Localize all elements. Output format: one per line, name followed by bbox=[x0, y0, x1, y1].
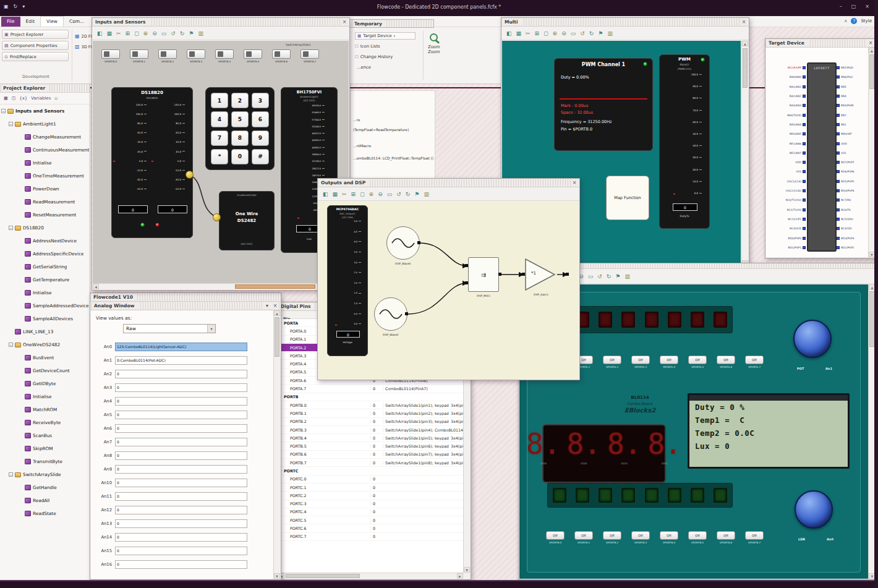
switch-body[interactable] bbox=[244, 49, 262, 59]
panel-titlebar[interactable]: Analog Window ▾ × bbox=[91, 302, 280, 310]
toolbar-icon[interactable]: ↺ bbox=[597, 273, 602, 279]
analog-value-field[interactable]: 0 bbox=[115, 451, 247, 460]
close-icon[interactable]: × bbox=[341, 19, 348, 25]
port-button[interactable]: OffSPORTB.4 bbox=[660, 531, 678, 544]
port-button[interactable]: OffSPORTA.4 bbox=[660, 356, 678, 369]
port-switch[interactable]: SPORTB.2 bbox=[158, 49, 177, 63]
scroll-down[interactable]: ▼ bbox=[274, 573, 280, 579]
help-icon[interactable]: ? bbox=[851, 18, 857, 24]
toolbar-icon[interactable]: ⚑ bbox=[598, 30, 603, 36]
port-button-state[interactable]: Off bbox=[745, 531, 764, 540]
port-button-state[interactable]: Off bbox=[631, 356, 650, 364]
ribbon-tab[interactable]: Edit bbox=[20, 17, 41, 27]
switch-knob[interactable] bbox=[161, 51, 166, 57]
analog-value-field[interactable]: 0 bbox=[115, 547, 247, 555]
view-option[interactable]: ▦Target Device▾ bbox=[355, 32, 416, 40]
port-button-state[interactable]: Off bbox=[717, 356, 735, 364]
ribbon-tab[interactable]: File bbox=[1, 17, 20, 27]
toolbar-icon[interactable]: ⊕ bbox=[143, 30, 148, 36]
tree-item[interactable]: OneTimeMeasurement bbox=[1, 169, 90, 182]
expand-toggle[interactable]: − bbox=[9, 122, 13, 126]
tree-item[interactable]: SkipROM bbox=[1, 442, 90, 455]
maximize-button[interactable]: □ bbox=[851, 4, 856, 9]
tree-item[interactable]: ContinuousMeasurement bbox=[1, 143, 90, 156]
keypad-key[interactable]: 5 bbox=[231, 111, 249, 127]
pin-row[interactable]: PORTC.5 0 bbox=[278, 516, 463, 524]
toolbar-icon[interactable]: ◧ bbox=[97, 30, 103, 36]
scroll-up[interactable]: ▲ bbox=[274, 310, 280, 316]
analog-value-field[interactable]: 0 bbox=[115, 560, 247, 569]
port-switch[interactable]: SPORTB.6 bbox=[272, 49, 291, 63]
port-button[interactable]: OffSPORTB.3 bbox=[631, 531, 650, 544]
tree-item[interactable]: Initialise bbox=[1, 156, 90, 169]
explorer-tool-icon[interactable]: Variables bbox=[31, 96, 51, 101]
expand-toggle[interactable]: − bbox=[1, 109, 6, 113]
toolbar-icon[interactable]: ◻ bbox=[543, 30, 548, 36]
tree-item[interactable]: MatchROM bbox=[1, 403, 90, 416]
scroll-thumb[interactable] bbox=[275, 317, 279, 357]
port-switch[interactable]: SPORTB.3 bbox=[187, 49, 205, 63]
tree-item[interactable]: − DS18B20 bbox=[1, 221, 90, 234]
switch-body[interactable] bbox=[300, 49, 319, 59]
analog-value-field[interactable]: 0:ComboBL0114(Pot:ADC) bbox=[115, 356, 247, 365]
keypad-key[interactable]: 7 bbox=[211, 130, 228, 146]
tree-item[interactable]: SampleAddressedDevice bbox=[1, 299, 90, 312]
port-button-state[interactable]: Off bbox=[660, 356, 678, 364]
scroll-thumb[interactable] bbox=[743, 48, 748, 88]
switch-body[interactable] bbox=[101, 49, 120, 59]
toolbar-icon[interactable]: ⊞ bbox=[126, 30, 130, 36]
toolbar-icon[interactable]: ▭ bbox=[161, 30, 167, 36]
port-button[interactable]: OffSPORTB.0 bbox=[546, 531, 565, 544]
tree-item[interactable]: ReadMeasurement bbox=[1, 195, 90, 208]
collapse-ribbon-icon[interactable]: ∧ bbox=[844, 19, 847, 23]
toolbar-icon[interactable]: ⊖ bbox=[378, 191, 383, 197]
tree-item[interactable]: TransmitByte bbox=[1, 455, 90, 468]
keypad-key[interactable]: 6 bbox=[252, 111, 269, 127]
toolbar-icon[interactable]: ↺ bbox=[396, 191, 401, 197]
window-titlebar[interactable]: Target Device × bbox=[765, 39, 876, 48]
keypad-key[interactable]: 3 bbox=[252, 93, 269, 108]
toolbar-icon[interactable]: ▭ bbox=[387, 191, 393, 197]
port-button[interactable]: OffSPORTA.6 bbox=[717, 356, 735, 369]
toolbar-icon[interactable]: ▦ bbox=[516, 30, 522, 36]
toolbar-icon[interactable]: ✂ bbox=[116, 30, 121, 36]
analog-value-field[interactable]: 0 bbox=[115, 506, 247, 514]
pin-row[interactable]: PORTC.2 0 bbox=[278, 492, 463, 500]
toolbar-icon[interactable]: ▦ bbox=[107, 30, 113, 36]
scroll-down[interactable]: ▼ bbox=[464, 567, 470, 573]
analog-value-field[interactable]: 0 bbox=[115, 383, 247, 392]
ldr-knob[interactable] bbox=[795, 490, 833, 529]
analog-value-field[interactable]: 0 bbox=[115, 411, 247, 419]
switch-body[interactable] bbox=[272, 49, 291, 59]
toolbar-icon[interactable]: ✂ bbox=[342, 191, 347, 197]
map-function-block[interactable]: Map Function bbox=[606, 176, 649, 220]
toolbar-icon[interactable]: ↻ bbox=[589, 30, 594, 36]
analog-value-field[interactable]: 0 bbox=[115, 479, 247, 487]
pin-row[interactable]: PORTA.7 0 ComboBL0114(PinA7) bbox=[278, 385, 463, 393]
tree-item[interactable]: − SwitchArraySlide bbox=[1, 468, 90, 481]
window-titlebar[interactable]: Inputs and Sensors × bbox=[92, 18, 349, 27]
switch-knob[interactable] bbox=[303, 51, 309, 57]
window-titlebar[interactable]: Outputs and DSP × bbox=[318, 179, 579, 187]
keypad-key[interactable]: * bbox=[211, 149, 228, 164]
toolbar-icon[interactable]: ⊞ bbox=[535, 30, 540, 36]
toolbar-icon[interactable]: ↻ bbox=[607, 273, 612, 279]
port-button[interactable]: OffSPORTB.1 bbox=[574, 531, 593, 544]
tree-item[interactable]: Initialise bbox=[1, 286, 90, 299]
explorer-tool-icon[interactable]: {x} bbox=[19, 96, 27, 101]
port-button[interactable]: OffSPORTB.7 bbox=[745, 531, 764, 544]
expand-toggle[interactable]: − bbox=[9, 343, 13, 347]
expand-toggle[interactable]: − bbox=[9, 226, 13, 230]
analog-value-field[interactable]: 125:ComboBL0114(LightSensor:ADC) bbox=[115, 343, 247, 351]
analog-value-field[interactable]: 0 bbox=[115, 519, 247, 528]
pin-row[interactable]: PORTB.3 0 SwitchArraySlide1(pin4); Combo… bbox=[278, 426, 463, 434]
keypad-key[interactable]: 1 bbox=[211, 93, 228, 108]
chevron-down-icon[interactable]: ▾ bbox=[207, 325, 215, 333]
wire-node[interactable] bbox=[185, 171, 194, 179]
analog-value-field[interactable]: 0 bbox=[115, 397, 247, 406]
pin-row[interactable]: PORTC.4 0 bbox=[278, 508, 463, 516]
tree-item[interactable]: ChangeMeasurement bbox=[1, 130, 90, 143]
scroll-thumb[interactable] bbox=[286, 574, 360, 578]
port-button-state[interactable]: Off bbox=[717, 531, 735, 540]
tree-item[interactable]: − Inputs and Sensors bbox=[1, 104, 90, 117]
